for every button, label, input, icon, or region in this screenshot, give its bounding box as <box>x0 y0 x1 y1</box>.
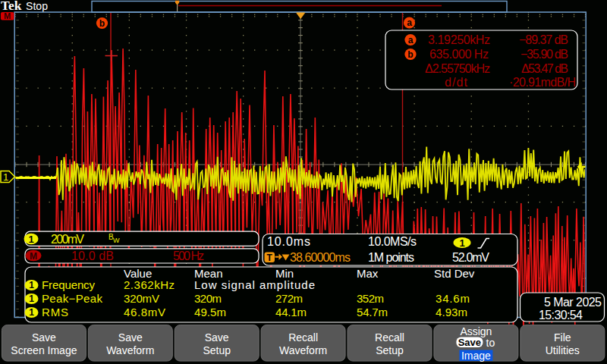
svg-text:Save: Save <box>32 331 56 344</box>
svg-text:Waveform: Waveform <box>279 344 327 356</box>
svg-text:10.0MS/s: 10.0MS/s <box>368 235 417 248</box>
svg-text:M: M <box>30 251 37 262</box>
svg-text:·20.91mdB/H: ·20.91mdB/H <box>509 76 576 89</box>
svg-text:5 Mar 2025: 5 Mar 2025 <box>544 296 602 309</box>
svg-text:b: b <box>99 18 105 29</box>
svg-text:Screen Image: Screen Image <box>11 344 77 356</box>
svg-text:Save: Save <box>118 331 143 344</box>
svg-text:34.6m: 34.6m <box>436 292 470 305</box>
svg-text:File: File <box>554 331 571 344</box>
svg-text:Assign: Assign <box>460 325 492 337</box>
svg-text:15:30:54: 15:30:54 <box>539 309 583 322</box>
svg-text:320m: 320m <box>194 292 222 305</box>
svg-text:Low signal amplitude: Low signal amplitude <box>194 278 315 291</box>
svg-text:Setup: Setup <box>203 344 231 356</box>
svg-text:1: 1 <box>29 280 34 290</box>
svg-text:320mV: 320mV <box>124 292 159 305</box>
svg-text:−89.37 dB: −89.37 dB <box>519 33 568 46</box>
svg-text:RMS: RMS <box>42 306 68 318</box>
svg-text:T: T <box>267 253 273 263</box>
svg-text:Peak−Peak: Peak−Peak <box>42 292 103 305</box>
svg-text:Image: Image <box>461 350 491 362</box>
svg-text:272m: 272m <box>275 292 303 305</box>
svg-text:200mV: 200mV <box>51 233 84 246</box>
svg-text:1: 1 <box>29 307 34 318</box>
svg-text:Δ2.55750kHz: Δ2.55750kHz <box>425 62 490 75</box>
svg-text:Stop: Stop <box>26 0 48 12</box>
svg-text:10.0 dB: 10.0 dB <box>71 249 114 262</box>
svg-text:1: 1 <box>28 234 33 245</box>
svg-text:52.0mV: 52.0mV <box>452 251 489 264</box>
svg-text:Δ53.47 dB: Δ53.47 dB <box>521 62 568 75</box>
svg-text:49.5m: 49.5m <box>194 306 226 318</box>
svg-text:46.8mV: 46.8mV <box>124 306 165 318</box>
svg-text:500 Hz: 500 Hz <box>173 249 204 262</box>
svg-text:Save: Save <box>205 331 229 344</box>
svg-text:b: b <box>407 49 413 60</box>
svg-text:635.000 Hz: 635.000 Hz <box>429 48 489 61</box>
svg-text:1: 1 <box>3 171 8 183</box>
svg-text:54.7m: 54.7m <box>357 306 388 318</box>
svg-text:38.60000ms: 38.60000ms <box>290 251 351 264</box>
svg-text:W: W <box>113 237 120 244</box>
svg-text:M: M <box>4 11 11 20</box>
svg-text:1: 1 <box>459 237 464 249</box>
svg-text:44.1m: 44.1m <box>275 306 307 318</box>
svg-text:10.0ms: 10.0ms <box>267 235 310 248</box>
svg-text:a: a <box>407 17 412 28</box>
svg-text:3.19250kHz: 3.19250kHz <box>428 33 490 46</box>
svg-text:1: 1 <box>29 293 34 304</box>
svg-text:Max: Max <box>357 267 379 280</box>
svg-text:2.362kHz: 2.362kHz <box>124 278 175 291</box>
svg-text:Recall: Recall <box>288 331 318 344</box>
svg-text:Utilities: Utilities <box>546 344 580 356</box>
svg-text:d/dt: d/dt <box>445 76 468 89</box>
svg-text:352m: 352m <box>357 292 384 305</box>
svg-text:1M points: 1M points <box>368 251 414 264</box>
svg-text:Frequency: Frequency <box>42 278 96 291</box>
svg-text:Waveform: Waveform <box>106 344 154 356</box>
svg-text:Save: Save <box>458 337 481 348</box>
svg-text:4.93m: 4.93m <box>436 306 467 318</box>
svg-text:a: a <box>408 35 414 46</box>
svg-text:Std Dev: Std Dev <box>434 267 475 280</box>
svg-text:−35.90 dB: −35.90 dB <box>521 48 568 61</box>
svg-text:Recall: Recall <box>375 331 404 344</box>
svg-text:to: to <box>486 337 495 349</box>
svg-text:Setup: Setup <box>376 344 404 356</box>
